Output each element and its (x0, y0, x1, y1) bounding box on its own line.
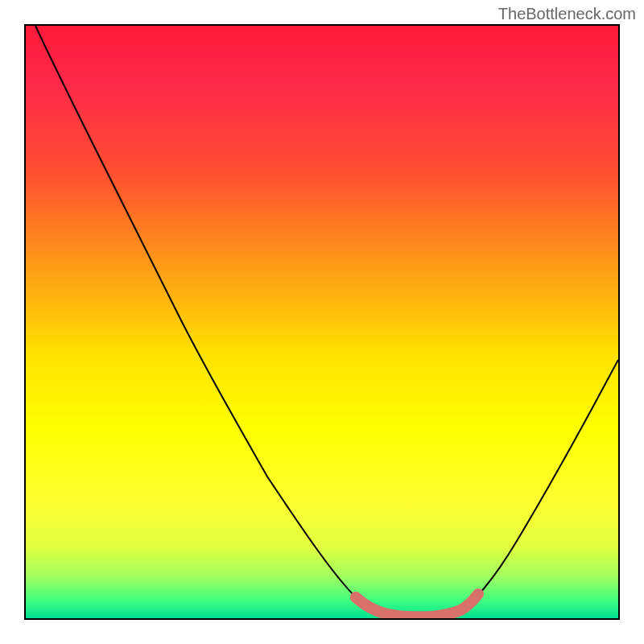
bottleneck-curve-line (35, 26, 618, 617)
chart-container: TheBottleneck.com (0, 0, 644, 644)
watermark-text: TheBottleneck.com (498, 5, 636, 23)
optimal-start-dot (350, 592, 361, 603)
optimal-range-highlight (356, 594, 478, 617)
chart-svg (26, 26, 618, 618)
chart-plot-area (24, 24, 620, 620)
